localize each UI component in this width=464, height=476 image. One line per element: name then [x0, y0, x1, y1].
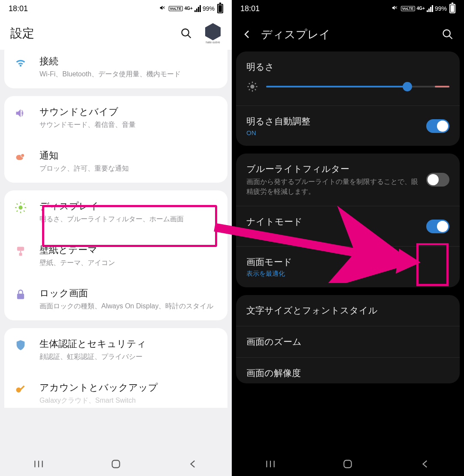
brightness-block: 明るさ [236, 51, 460, 105]
svg-point-0 [182, 29, 189, 36]
item-title: アカウントとバックアップ [39, 381, 219, 394]
item-title: 明るさ自動調整 [246, 115, 419, 127]
bluelight-row[interactable]: ブルーライトフィルター 画面から発するブルーライトの量を制限することで、眼精疲労… [236, 154, 460, 206]
bluelight-toggle[interactable] [426, 173, 449, 187]
item-sub: サウンドモード、着信音、音量 [39, 120, 219, 130]
card-font-size: 文字サイズとフォントスタイル 画面のズーム 画面の解像度 [236, 295, 460, 383]
nav-bar-right [232, 452, 464, 476]
volte-badge: VoLTE [169, 6, 183, 11]
item-title: 画面の解像度 [246, 367, 301, 379]
nav-recents-icon[interactable] [33, 458, 44, 470]
annotation-highlight-nightmode-toggle [416, 243, 449, 286]
settings-item-notifications[interactable]: 通知 ブロック、許可、重要な通知 [4, 139, 227, 183]
item-sub: Galaxyクラウド、Smart Switch [39, 396, 219, 405]
page-title: ディスプレイ [261, 27, 433, 42]
svg-line-25 [449, 36, 452, 39]
item-sub: 画面から発するブルーライトの量を制限することで、眼精疲労を軽減します。 [246, 177, 419, 196]
sound-icon [15, 107, 27, 119]
back-icon[interactable] [242, 29, 252, 39]
brightness-slider[interactable] [266, 86, 449, 87]
sun-icon [246, 81, 258, 93]
card-sound-notif: サウンドとバイブ サウンドモード、着信音、音量 通知 ブロック、許可、重要な通知 [4, 96, 227, 183]
shield-icon [15, 339, 27, 351]
item-title: ナイトモード [246, 216, 419, 228]
resolution-row[interactable]: 画面の解像度 [236, 357, 460, 383]
card-security-group: 生体認証とセキュリティ 顔認証、虹彩認証、プライバシー アカウントとバックアップ… [4, 328, 227, 408]
settings-list[interactable]: 接続 Wi-Fi、Bluetooth、データ使用量、機内モード サウンドとバイブ… [0, 50, 232, 452]
svg-line-34 [255, 83, 256, 84]
search-icon[interactable] [442, 28, 454, 40]
card-brightness: 明るさ 明るさ自動調整 ON [236, 51, 460, 146]
svg-line-13 [24, 204, 24, 205]
item-title: サウンドとバイブ [39, 105, 219, 118]
search-icon[interactable] [180, 27, 192, 39]
item-title: 文字サイズとフォントスタイル [246, 304, 378, 316]
paint-icon [15, 245, 27, 257]
network-label: 4G+ [417, 6, 425, 11]
status-icons: VoLTE 4G+ 99% [391, 4, 455, 13]
svg-point-18 [16, 387, 21, 392]
item-status: ON [246, 129, 419, 136]
item-title: ロック画面 [39, 287, 219, 300]
notification-icon [15, 151, 27, 163]
svg-line-11 [24, 211, 24, 211]
battery-percent: 99% [203, 5, 215, 12]
font-row[interactable]: 文字サイズとフォントスタイル [236, 295, 460, 326]
battery-percent: 99% [435, 5, 447, 12]
display-settings-screen: 18:01 VoLTE 4G+ 99% ディスプレイ 明るさ [232, 0, 464, 476]
item-sub: 画面ロックの種類、Always On Display、時計のスタイル [39, 301, 219, 311]
svg-rect-14 [17, 247, 24, 250]
svg-point-24 [443, 30, 450, 37]
item-sub: ブロック、許可、重要な通知 [39, 164, 219, 173]
brightness-icon [15, 202, 27, 214]
clock: 18:01 [240, 4, 260, 13]
network-label: 4G+ [185, 6, 193, 11]
mute-icon [391, 5, 399, 12]
status-bar-right: 18:01 VoLTE 4G+ 99% [232, 0, 464, 17]
svg-point-26 [250, 84, 254, 88]
svg-rect-23 [112, 460, 119, 467]
battery-icon [217, 4, 223, 13]
svg-rect-16 [19, 253, 22, 256]
nav-bar-left [0, 452, 232, 476]
wifi-icon [15, 57, 27, 69]
item-title: ブルーライトフィルター [246, 163, 419, 175]
nav-recents-icon[interactable] [265, 458, 276, 470]
auto-brightness-row[interactable]: 明るさ自動調整 ON [236, 105, 460, 146]
card-connections: 接続 Wi-Fi、Bluetooth、データ使用量、機内モード [4, 50, 227, 88]
settings-item-biometrics[interactable]: 生体認証とセキュリティ 顔認証、虹彩認証、プライバシー [4, 328, 227, 371]
nav-back-icon[interactable] [420, 458, 431, 470]
page-title: 設定 [10, 25, 34, 42]
item-sub: 壁紙、テーマ、アイコン [39, 258, 219, 268]
auto-brightness-toggle[interactable] [426, 119, 449, 133]
item-title: 画面のズーム [246, 336, 302, 348]
nav-home-icon[interactable] [110, 458, 121, 470]
status-icons: VoLTE 4G+ 99% [159, 4, 223, 13]
svg-point-4 [21, 154, 24, 157]
item-sub: 顔認証、虹彩認証、プライバシー [39, 352, 219, 362]
settings-item-sound[interactable]: サウンドとバイブ サウンドモード、着信音、音量 [4, 96, 227, 139]
settings-item-connections[interactable]: 接続 Wi-Fi、Bluetooth、データ使用量、機内モード [4, 50, 227, 88]
svg-line-1 [188, 35, 191, 38]
item-title: 生体認証とセキュリティ [39, 337, 219, 350]
svg-line-32 [255, 89, 256, 90]
profile-button[interactable]: hate-sobre [204, 23, 221, 44]
svg-line-12 [17, 211, 18, 211]
mute-icon [159, 5, 167, 12]
nightmode-row[interactable]: ナイトモード ON [236, 206, 460, 246]
status-bar-left: 18:01 VoLTE 4G+ 99% [0, 0, 232, 17]
lock-icon [15, 289, 27, 301]
zoom-row[interactable]: 画面のズーム [236, 326, 460, 357]
settings-item-accounts[interactable]: アカウントとバックアップ Galaxyクラウド、Smart Switch [4, 371, 227, 408]
avatar-icon [204, 23, 221, 40]
svg-rect-17 [17, 294, 24, 299]
item-sub: Wi-Fi、Bluetooth、データ使用量、機内モード [39, 69, 219, 79]
nightmode-toggle[interactable] [426, 220, 449, 233]
battery-icon [449, 4, 455, 13]
settings-item-lockscreen[interactable]: ロック画面 画面ロックの種類、Always On Display、時計のスタイル [4, 277, 227, 320]
item-status: ON [246, 229, 419, 237]
nav-home-icon[interactable] [342, 458, 353, 470]
signal-icon [427, 5, 433, 12]
nav-back-icon[interactable] [188, 458, 199, 470]
svg-rect-15 [20, 250, 21, 253]
